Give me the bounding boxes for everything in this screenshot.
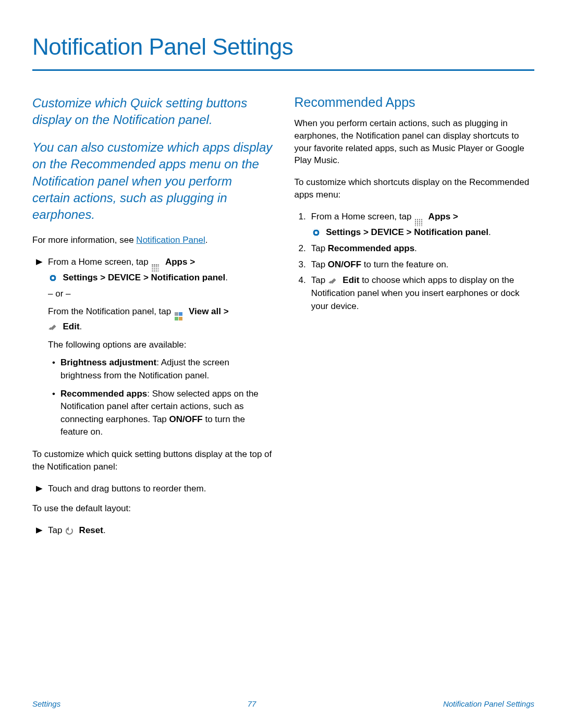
reset-bold: Reset. [77,525,106,535]
bullet-dot-icon: • [52,388,55,439]
options-intro: The following options are available: [48,339,273,352]
pencil-icon [49,323,57,330]
num-1 [299,211,306,239]
step-1: From a Home screen, tap Apps > Settings … [295,211,535,239]
settings-gear-icon [49,274,57,282]
intro-1: Customize which Quick setting buttons di… [32,95,273,129]
from-panel: From the Notification panel, tap View al… [48,305,273,333]
brightness-label: Brightness adjustment [60,357,156,367]
step-4: Tap Edit to choose which apps to display… [295,274,535,313]
s4-edit: Edit [340,275,360,285]
tap-text: Tap [48,525,65,535]
apps-grid-icon [415,219,422,226]
s2-bold: Recommended apps [328,243,414,253]
s3-bold: ON/OFF [328,260,361,269]
num-2 [299,242,306,255]
step-2: Tap Recommended apps. [295,242,535,255]
bullet-recommended: • Recommended apps: Show selected apps o… [48,388,273,439]
recommended-label: Recommended apps [60,389,147,399]
customize-intro: To customize which quick setting buttons… [32,448,273,473]
left-column: Customize which Quick setting buttons di… [32,95,273,540]
bullet-brightness: • Brightness adjustment: Adjust the scre… [48,356,273,382]
from-home-text: From a Home screen, tap [48,257,151,267]
pencil-icon [329,276,337,284]
notification-panel-link[interactable]: Notification Panel [136,235,205,245]
reset-icon [66,527,73,535]
step-reorder: ▶ Touch and drag buttons to reorder them… [32,483,273,496]
s2-tap: Tap [311,243,328,253]
triangle-icon: ▶ [36,483,43,496]
s1-apps: Apps > [426,212,458,221]
two-columns: Customize which Quick setting buttons di… [32,95,534,540]
intro-2: You can also customize which apps displa… [32,139,273,224]
more-info: For more information, see Notification P… [32,234,273,246]
or-separator: – or – [48,288,273,301]
right-p1: When you perform certain actions, such a… [295,117,535,167]
title-rule [32,69,534,71]
footer-page-number: 77 [248,699,256,708]
bullet-dot-icon: • [52,356,55,382]
settings-gear-icon [312,229,320,237]
page-title: Notification Panel Settings [32,34,534,60]
num-4 [299,274,306,313]
step-from-home: ▶ From a Home screen, tap Apps > Setting… [32,256,273,285]
step-reset: ▶ Tap Reset. [32,524,273,537]
s4-tap: Tap [311,275,328,285]
triangle-icon: ▶ [36,256,43,285]
apps-grid-icon [152,264,159,272]
s3-tap: Tap [311,260,328,269]
s3-c: to turn the feature on. [361,260,448,269]
period: . [205,235,208,245]
triangle-icon: ▶ [36,524,43,537]
view-all-tiles-icon [175,312,183,320]
from-panel-text: From the Notification panel, tap [48,306,174,316]
settings-path: Settings > DEVICE > Notification panel. [60,273,228,282]
apps-gt: Apps > [163,257,195,267]
recommended-apps-heading: Recommended Apps [295,95,535,110]
right-column: Recommended Apps When you perform certai… [295,95,535,540]
edit-bold: Edit. [60,322,82,331]
right-p2: To customize which shortcuts display on … [295,176,535,201]
s1-text: From a Home screen, tap [311,212,414,221]
footer-right: Notification Panel Settings [443,699,534,708]
period: . [414,243,417,253]
footer-left: Settings [32,699,60,708]
footer: Settings 77 Notification Panel Settings [32,699,534,708]
s1-path: Settings > DEVICE > Notification panel. [323,227,491,237]
onoff-bold: ON/OFF [169,414,203,424]
view-all-gt: View all > [186,306,228,316]
reorder-text: Touch and drag buttons to reorder them. [48,483,273,496]
step-3: Tap ON/OFF to turn the feature on. [295,258,535,272]
num-3 [299,258,306,272]
default-intro: To use the default layout: [32,502,273,515]
more-info-prefix: For more information, see [32,235,136,245]
